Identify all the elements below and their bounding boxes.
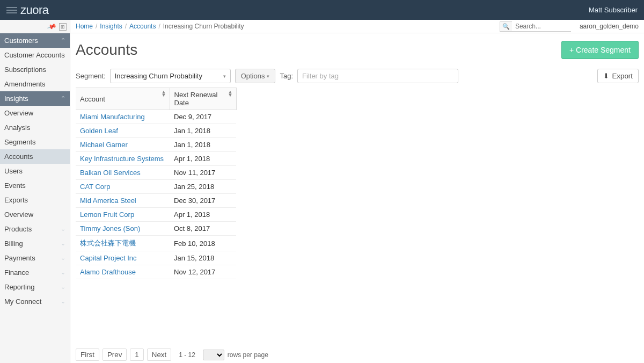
chevron-down-icon: ⌄ (61, 269, 65, 276)
sidebar-section-finance[interactable]: Finance⌄ (0, 265, 70, 280)
sidebar-item-subscriptions[interactable]: Subscriptions (0, 62, 70, 77)
create-segment-button[interactable]: + Create Segment (561, 41, 639, 59)
table-row: Golden LeafJan 1, 2018 (76, 124, 236, 138)
table-row: CAT CorpJan 25, 2018 (76, 180, 236, 194)
filter-row: Segment: Increasing Churn Probability ▾ … (70, 69, 644, 88)
account-link[interactable]: Alamo Drafthouse (80, 268, 136, 276)
table-row: 株式会社森下電機Feb 10, 2018 (76, 236, 236, 251)
sidebar-item-customer-accounts[interactable]: Customer Accounts (0, 48, 70, 62)
sidebar-header-customers[interactable]: Customers ⌃ (0, 33, 70, 48)
renewal-date: Oct 8, 2017 (170, 222, 236, 236)
page-first-button[interactable]: First (76, 349, 99, 361)
table-row: Timmy Jones (Son)Oct 8, 2017 (76, 222, 236, 236)
account-link[interactable]: CAT Corp (80, 183, 111, 191)
table-row: Capital Project IncJan 15, 2018 (76, 251, 236, 265)
col-next-renewal[interactable]: Next Renewal Date ▲▼ (170, 88, 236, 110)
options-button[interactable]: Options ▾ (235, 69, 276, 83)
rows-per-page-select[interactable] (203, 350, 224, 360)
rows-per-page-label: rows per page (228, 351, 268, 359)
page-next-button[interactable]: Next (147, 349, 171, 361)
search-icon: 🔍 (502, 23, 510, 30)
account-link[interactable]: Balkan Oil Services (80, 169, 141, 177)
sidebar-item-users[interactable]: Users (0, 164, 70, 178)
page-prev-button[interactable]: Prev (103, 349, 127, 361)
user-name[interactable]: Matt Subscriber (589, 6, 638, 14)
title-row: Accounts + Create Segment (70, 33, 644, 69)
crumb-insights[interactable]: Insights (100, 23, 122, 30)
sidebar-item-analysis[interactable]: Analysis (0, 120, 70, 135)
account-link[interactable]: Capital Project Inc (80, 254, 137, 262)
table-row: Miami ManufacturingDec 9, 2017 (76, 110, 236, 124)
sidebar-item-overview2[interactable]: Overview (0, 207, 70, 222)
sidebar-item-segments[interactable]: Segments (0, 135, 70, 149)
account-link[interactable]: Key Infrastructure Systems (80, 155, 164, 163)
renewal-date: Feb 10, 2018 (170, 236, 236, 251)
logo: zuora (20, 3, 49, 17)
sidebar-section-reporting[interactable]: Reporting⌄ (0, 280, 70, 294)
account-link[interactable]: Mid America Steel (80, 197, 136, 205)
hamburger-icon[interactable] (6, 7, 17, 13)
account-link[interactable]: Michael Garner (80, 141, 128, 149)
sidebar-section-billing[interactable]: Billing⌄ (0, 236, 70, 251)
account-link[interactable]: 株式会社森下電機 (80, 239, 136, 247)
renewal-date: Jan 15, 2018 (170, 251, 236, 265)
sidebar-section-myconnect[interactable]: My Connect⌄ (0, 294, 70, 309)
renewal-date: Dec 30, 2017 (170, 194, 236, 208)
chevron-down-icon: ⌄ (61, 284, 65, 291)
download-icon: ⬇ (603, 72, 609, 80)
sidebar-item-overview[interactable]: Overview (0, 106, 70, 120)
renewal-date: Apr 1, 2018 (170, 152, 236, 166)
segment-label: Segment: (76, 72, 106, 80)
search-input[interactable] (512, 21, 571, 32)
renewal-date: Jan 1, 2018 (170, 124, 236, 138)
page-range: 1 - 12 (174, 350, 200, 360)
page-title: Accounts (76, 41, 137, 59)
table-row: Key Infrastructure SystemsApr 1, 2018 (76, 152, 236, 166)
table-row: Balkan Oil ServicesNov 11, 2017 (76, 166, 236, 180)
renewal-date: Jan 25, 2018 (170, 180, 236, 194)
sidebar-item-exports[interactable]: Exports (0, 193, 70, 207)
account-link[interactable]: Lemon Fruit Corp (80, 210, 134, 219)
app-grid-icon[interactable]: ⊞ (59, 23, 67, 31)
sidebar-item-amendments[interactable]: Amendments (0, 77, 70, 91)
env-label[interactable]: aaron_golden_demo (580, 23, 639, 30)
sidebar-section-products[interactable]: Products⌄ (0, 222, 70, 236)
table-row: Mid America SteelDec 30, 2017 (76, 194, 236, 208)
sort-icon: ▲▼ (228, 90, 233, 97)
table-row: Alamo DrafthouseNov 12, 2017 (76, 265, 236, 279)
account-link[interactable]: Golden Leaf (80, 127, 118, 135)
chevron-down-icon: ⌄ (61, 226, 65, 233)
chevron-up-icon: ⌃ (61, 37, 65, 44)
chevron-down-icon: ⌄ (61, 255, 65, 262)
renewal-date: Apr 1, 2018 (170, 208, 236, 222)
account-link[interactable]: Miami Manufacturing (80, 113, 145, 121)
crumb-current: Increasing Churn Probability (163, 23, 244, 30)
export-label: Export (612, 72, 633, 80)
separator: / (125, 23, 127, 30)
renewal-date: Jan 1, 2018 (170, 138, 236, 152)
sidebar-header-label: Insights (4, 95, 28, 103)
chevron-down-icon: ⌄ (61, 298, 65, 305)
chevron-down-icon: ⌄ (61, 240, 65, 247)
pin-icon[interactable]: 📌 (47, 21, 57, 32)
sidebar-pin-row: 📌 ⊞ (0, 20, 70, 33)
renewal-date: Nov 12, 2017 (170, 265, 236, 279)
renewal-date: Dec 9, 2017 (170, 110, 236, 124)
segment-select[interactable]: Increasing Churn Probability ▾ (110, 69, 231, 83)
col-account[interactable]: Account ▲▼ (76, 88, 170, 110)
sidebar: 📌 ⊞ Customers ⌃ Customer Accounts Subscr… (0, 20, 70, 363)
account-link[interactable]: Timmy Jones (Son) (80, 224, 140, 233)
page-number-button[interactable]: 1 (130, 349, 143, 361)
sidebar-item-accounts[interactable]: Accounts (0, 149, 70, 164)
sidebar-item-events[interactable]: Events (0, 178, 70, 193)
tag-filter-input[interactable] (297, 69, 458, 83)
sidebar-section-payments[interactable]: Payments⌄ (0, 251, 70, 265)
search-dropdown[interactable]: 🔍 (500, 21, 512, 32)
table-row: Lemon Fruit CorpApr 1, 2018 (76, 208, 236, 222)
table-wrap: Account ▲▼ Next Renewal Date ▲▼ Miami Ma… (70, 88, 644, 279)
crumb-accounts[interactable]: Accounts (129, 23, 156, 30)
crumb-home[interactable]: Home (76, 23, 93, 30)
sidebar-header-label: Customers (4, 37, 38, 45)
sidebar-header-insights[interactable]: Insights ⌃ (0, 91, 70, 106)
export-button[interactable]: ⬇ Export (597, 69, 639, 83)
